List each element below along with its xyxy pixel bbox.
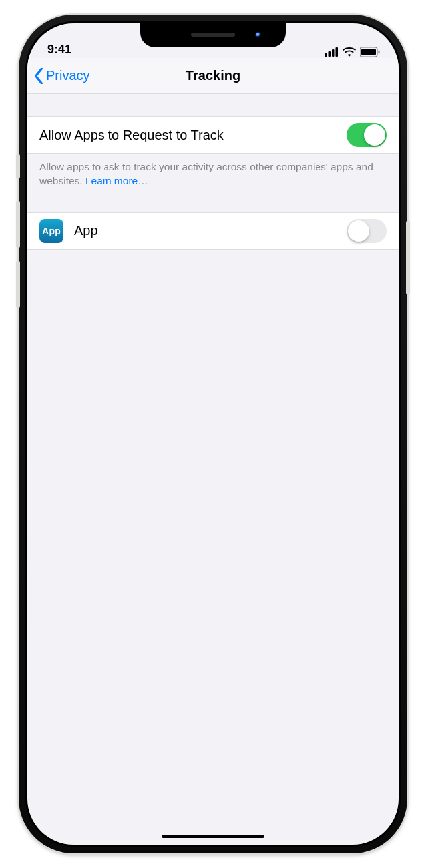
- cellular-icon: [325, 47, 339, 57]
- row-app-label: App: [74, 223, 347, 238]
- back-label: Privacy: [46, 68, 90, 83]
- home-indicator[interactable]: [162, 835, 264, 838]
- svg-rect-6: [379, 51, 380, 54]
- chevron-left-icon: [33, 68, 45, 84]
- page-title: Tracking: [186, 68, 240, 83]
- row-allow-tracking-label: Allow Apps to Request to Track: [39, 128, 347, 143]
- notch: [140, 23, 286, 47]
- learn-more-link[interactable]: Learn more…: [85, 175, 148, 186]
- svg-rect-1: [329, 51, 331, 57]
- app-icon: App: [39, 219, 63, 243]
- app-icon-text: App: [42, 226, 61, 236]
- wifi-icon: [343, 47, 356, 57]
- row-app: App App: [27, 212, 399, 250]
- screen: 9:41: [27, 23, 399, 845]
- speaker: [191, 33, 235, 37]
- app-tracking-toggle[interactable]: [347, 219, 387, 243]
- allow-tracking-toggle[interactable]: [347, 123, 387, 147]
- svg-rect-2: [332, 49, 335, 57]
- navbar: Privacy Tracking: [27, 58, 399, 94]
- svg-rect-0: [325, 53, 327, 57]
- toggle-knob: [348, 220, 369, 242]
- toggle-knob: [364, 124, 385, 146]
- status-time: 9:41: [47, 43, 71, 57]
- row-allow-tracking: Allow Apps to Request to Track: [27, 116, 399, 154]
- allow-tracking-footer: Allow apps to ask to track your activity…: [27, 154, 399, 188]
- front-camera: [255, 32, 262, 39]
- svg-rect-3: [336, 47, 339, 57]
- svg-rect-5: [361, 49, 376, 55]
- content: Allow Apps to Request to Track Allow app…: [27, 94, 399, 250]
- back-button[interactable]: Privacy: [33, 58, 90, 93]
- battery-icon: [360, 47, 380, 57]
